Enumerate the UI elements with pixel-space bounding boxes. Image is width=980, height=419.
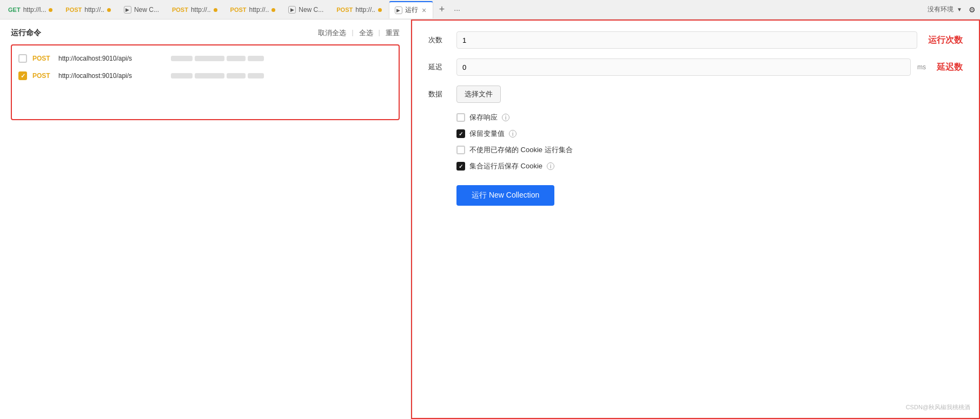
request-blurred-1 (171, 56, 264, 61)
main-content: 运行命令 取消全选 | 全选 | 重置 POST http://localhos… (0, 19, 980, 419)
tab-post-2[interactable]: POST http://.. (166, 1, 223, 18)
checkbox-row-no-cookie: 不使用已存储的 Cookie 运行集合 (456, 145, 963, 155)
tab-url-5: http://.. (249, 6, 269, 14)
request-checkbox-1[interactable] (18, 54, 27, 63)
run-collection-button[interactable]: 运行 New Collection (456, 185, 554, 206)
save-cookie-checkbox[interactable] (456, 162, 465, 171)
tab-run-label: 运行 (405, 5, 418, 15)
tab-url-4: http://.. (191, 6, 211, 14)
request-list: POST http://localhost:9010/api/s POST ht… (11, 44, 400, 120)
request-url-1: http://localhost:9010/api/s (58, 55, 161, 62)
save-cookie-label: 集合运行后保存 Cookie (469, 161, 542, 171)
data-label: 数据 (428, 89, 450, 99)
blur-block (248, 73, 264, 78)
request-method-2: POST (32, 72, 53, 80)
blur-block (195, 73, 224, 78)
blur-block (227, 73, 246, 78)
tab-play-icon-2: ▶ (288, 6, 296, 14)
delay-label: 延迟 (428, 62, 450, 72)
save-response-info-icon[interactable]: i (502, 114, 509, 121)
request-method-1: POST (32, 55, 53, 62)
tab-dot-5 (272, 8, 275, 12)
tab-collection-2[interactable]: ▶ New C... (282, 1, 329, 18)
watermark: CSDN@秋风椒我桃桃酒 (906, 403, 970, 411)
env-label: 没有环境 (928, 5, 953, 14)
blur-block (248, 56, 264, 61)
tab-url-1: http://l... (23, 6, 47, 14)
tab-dot-1 (49, 8, 52, 12)
tab-run[interactable]: ▶ 运行 × (389, 1, 433, 18)
blur-block (195, 56, 224, 61)
actions-divider-2: | (379, 28, 380, 38)
deselect-all-link[interactable]: 取消全选 (318, 28, 346, 38)
data-row: 数据 选择文件 (428, 86, 963, 103)
tab-play-icon-1: ▶ (124, 6, 131, 14)
delay-suffix: ms (917, 63, 926, 71)
tab-method-post2: POST (172, 6, 188, 13)
delay-input[interactable] (456, 58, 911, 76)
reset-link[interactable]: 重置 (386, 28, 400, 38)
request-checkbox-2[interactable] (18, 71, 27, 80)
tab-close-run[interactable]: × (421, 6, 427, 15)
checkboxes-group: 保存响应 i 保留变量值 i 不使用已存储的 Cookie 运行集合 集合运行后… (456, 113, 963, 171)
request-url-2: http://localhost:9010/api/s (58, 72, 161, 80)
checkbox-row-save-response: 保存响应 i (456, 113, 963, 122)
tab-method-post1: POST (65, 6, 82, 13)
tab-dot-4 (214, 8, 217, 12)
section-header: 运行命令 取消全选 | 全选 | 重置 (11, 28, 400, 38)
request-item[interactable]: POST http://localhost:9010/api/s (12, 67, 399, 84)
env-selector[interactable]: 没有环境 ▼ (923, 5, 966, 14)
tab-dot-2 (107, 8, 111, 12)
tab-url-2: http://.. (84, 6, 104, 14)
tab-post-1[interactable]: POST http://.. (59, 1, 117, 18)
tab-method-post3: POST (230, 6, 247, 13)
count-row: 次数 运行次数 (428, 31, 963, 49)
tab-play-icon-run: ▶ (395, 6, 402, 14)
tab-collection-1[interactable]: ▶ New C... (118, 1, 165, 18)
delay-row: 延迟 ms 延迟数 (428, 58, 963, 76)
blur-block (171, 73, 193, 78)
tab-get[interactable]: GET http://l... (2, 1, 58, 18)
tab-add-button[interactable]: + (434, 2, 449, 17)
save-cookie-info-icon[interactable]: i (547, 162, 554, 170)
tab-method-get: GET (8, 6, 21, 13)
tab-method-post4: POST (336, 6, 353, 13)
file-select-button[interactable]: 选择文件 (456, 86, 501, 103)
keep-vars-label: 保留变量值 (469, 129, 505, 139)
tab-url-7: http://.. (355, 6, 375, 14)
tab-post-4[interactable]: POST http://.. (330, 1, 388, 18)
request-blurred-2 (171, 73, 264, 78)
tab-bar: GET http://l... POST http://.. ▶ New C..… (0, 0, 980, 19)
section-actions: 取消全选 | 全选 | 重置 (318, 28, 400, 38)
keep-vars-checkbox[interactable] (456, 129, 465, 138)
tab-more-button[interactable]: ··· (449, 2, 465, 17)
tab-label-6: New C... (299, 6, 323, 14)
section-title: 运行命令 (11, 28, 41, 38)
count-label: 次数 (428, 35, 450, 45)
env-chevron-icon: ▼ (957, 6, 962, 12)
keep-vars-info-icon[interactable]: i (509, 130, 517, 138)
tab-post-3[interactable]: POST http://.. (224, 1, 282, 18)
settings-icon[interactable]: ⚙ (966, 5, 978, 14)
count-input[interactable] (456, 31, 917, 49)
no-cookie-label: 不使用已存储的 Cookie 运行集合 (469, 145, 573, 155)
tab-dot-7 (378, 8, 382, 12)
save-response-label: 保存响应 (469, 113, 498, 122)
blur-block (227, 56, 246, 61)
request-item[interactable]: POST http://localhost:9010/api/s (12, 50, 399, 67)
no-cookie-checkbox[interactable] (456, 146, 465, 154)
run-button-container: 运行 New Collection (456, 180, 963, 206)
count-note: 运行次数 (928, 35, 963, 46)
right-panel: 次数 运行次数 延迟 ms 延迟数 数据 选择文件 保存响应 i 保留变量 (411, 19, 980, 419)
delay-note: 延迟数 (937, 62, 963, 73)
checkbox-row-keep-vars: 保留变量值 i (456, 129, 963, 139)
select-all-link[interactable]: 全选 (359, 28, 373, 38)
save-response-checkbox[interactable] (456, 113, 465, 122)
checkbox-row-save-cookie: 集合运行后保存 Cookie i (456, 161, 963, 171)
blur-block (171, 56, 193, 61)
tab-label-3: New C... (134, 6, 159, 14)
left-panel: 运行命令 取消全选 | 全选 | 重置 POST http://localhos… (0, 19, 411, 419)
actions-divider-1: | (352, 28, 353, 38)
